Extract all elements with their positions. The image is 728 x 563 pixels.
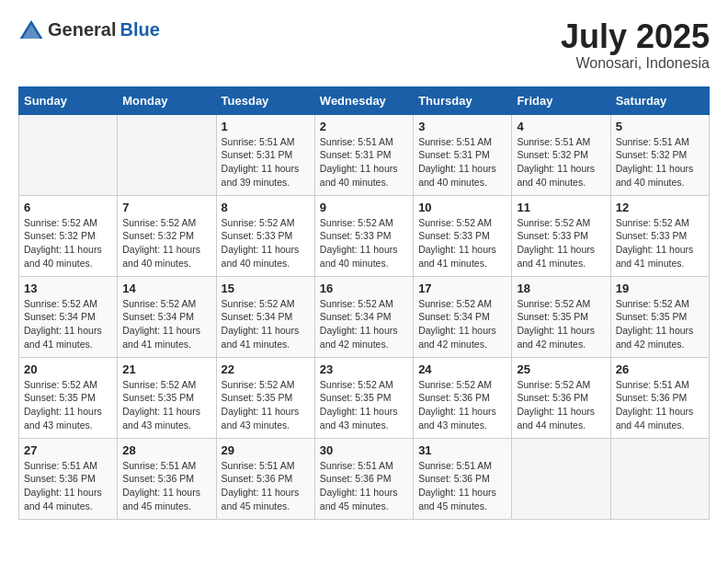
calendar-week-row: 6Sunrise: 5:52 AM Sunset: 5:32 PM Daylig… [19, 195, 710, 276]
title-block: July 2025 Wonosari, Indonesia [561, 18, 710, 72]
column-header-monday: Monday [118, 86, 216, 114]
calendar-cell: 8Sunrise: 5:52 AM Sunset: 5:33 PM Daylig… [216, 195, 314, 276]
cell-info: Sunrise: 5:52 AM Sunset: 5:35 PM Dayligh… [122, 378, 210, 432]
cell-info: Sunrise: 5:52 AM Sunset: 5:33 PM Dayligh… [517, 216, 605, 270]
day-number: 24 [418, 362, 506, 376]
day-number: 17 [418, 282, 506, 295]
column-header-thursday: Thursday [414, 86, 512, 114]
calendar-cell: 20Sunrise: 5:52 AM Sunset: 5:35 PM Dayli… [19, 357, 118, 438]
day-number: 9 [320, 201, 408, 214]
calendar-cell [610, 438, 709, 519]
day-number: 6 [24, 201, 112, 214]
day-number: 28 [122, 443, 210, 457]
day-number: 14 [122, 282, 210, 295]
calendar-week-row: 1Sunrise: 5:51 AM Sunset: 5:31 PM Daylig… [19, 114, 710, 195]
column-header-friday: Friday [512, 86, 610, 114]
month-year: July 2025 [561, 18, 710, 55]
column-header-wednesday: Wednesday [314, 86, 413, 114]
day-number: 4 [517, 120, 605, 133]
calendar-week-row: 13Sunrise: 5:52 AM Sunset: 5:34 PM Dayli… [19, 276, 710, 357]
location: Wonosari, Indonesia [561, 55, 710, 72]
logo-blue: Blue [119, 19, 159, 40]
day-number: 1 [222, 120, 310, 133]
calendar-cell: 2Sunrise: 5:51 AM Sunset: 5:31 PM Daylig… [314, 114, 413, 195]
cell-info: Sunrise: 5:52 AM Sunset: 5:34 PM Dayligh… [320, 297, 408, 351]
calendar-cell: 10Sunrise: 5:52 AM Sunset: 5:33 PM Dayli… [414, 195, 512, 276]
calendar-cell: 26Sunrise: 5:51 AM Sunset: 5:36 PM Dayli… [610, 357, 709, 438]
day-number: 31 [418, 443, 506, 457]
calendar-cell: 19Sunrise: 5:52 AM Sunset: 5:35 PM Dayli… [610, 276, 709, 357]
cell-info: Sunrise: 5:51 AM Sunset: 5:36 PM Dayligh… [418, 459, 506, 513]
day-number: 10 [418, 201, 506, 214]
cell-info: Sunrise: 5:51 AM Sunset: 5:31 PM Dayligh… [320, 135, 408, 190]
cell-info: Sunrise: 5:52 AM Sunset: 5:33 PM Dayligh… [320, 216, 408, 270]
calendar-table: SundayMondayTuesdayWednesdayThursdayFrid… [18, 86, 710, 520]
cell-info: Sunrise: 5:52 AM Sunset: 5:32 PM Dayligh… [24, 216, 112, 270]
day-number: 30 [320, 443, 408, 457]
column-header-sunday: Sunday [19, 86, 118, 114]
calendar-week-row: 27Sunrise: 5:51 AM Sunset: 5:36 PM Dayli… [19, 438, 710, 519]
day-number: 25 [517, 362, 605, 376]
cell-info: Sunrise: 5:52 AM Sunset: 5:32 PM Dayligh… [122, 216, 210, 270]
day-number: 7 [122, 201, 210, 214]
logo: GeneralBlue [18, 18, 160, 40]
cell-info: Sunrise: 5:52 AM Sunset: 5:34 PM Dayligh… [122, 297, 210, 351]
column-header-saturday: Saturday [610, 86, 709, 114]
calendar-cell: 29Sunrise: 5:51 AM Sunset: 5:36 PM Dayli… [216, 438, 314, 519]
calendar-cell: 30Sunrise: 5:51 AM Sunset: 5:36 PM Dayli… [314, 438, 413, 519]
day-number: 16 [320, 282, 408, 295]
day-number: 18 [517, 282, 605, 295]
calendar-cell: 25Sunrise: 5:52 AM Sunset: 5:36 PM Dayli… [512, 357, 610, 438]
cell-info: Sunrise: 5:51 AM Sunset: 5:31 PM Dayligh… [222, 135, 310, 190]
calendar-cell: 21Sunrise: 5:52 AM Sunset: 5:35 PM Dayli… [118, 357, 216, 438]
cell-info: Sunrise: 5:52 AM Sunset: 5:33 PM Dayligh… [616, 216, 704, 270]
calendar-cell: 16Sunrise: 5:52 AM Sunset: 5:34 PM Dayli… [314, 276, 413, 357]
calendar-cell: 28Sunrise: 5:51 AM Sunset: 5:36 PM Dayli… [118, 438, 216, 519]
cell-info: Sunrise: 5:52 AM Sunset: 5:33 PM Dayligh… [222, 216, 310, 270]
calendar-cell: 22Sunrise: 5:52 AM Sunset: 5:35 PM Dayli… [216, 357, 314, 438]
calendar-cell: 31Sunrise: 5:51 AM Sunset: 5:36 PM Dayli… [414, 438, 512, 519]
cell-info: Sunrise: 5:51 AM Sunset: 5:36 PM Dayligh… [616, 378, 704, 432]
cell-info: Sunrise: 5:51 AM Sunset: 5:36 PM Dayligh… [122, 459, 210, 513]
cell-info: Sunrise: 5:51 AM Sunset: 5:32 PM Dayligh… [517, 135, 605, 190]
day-number: 29 [222, 443, 310, 457]
calendar-cell: 27Sunrise: 5:51 AM Sunset: 5:36 PM Dayli… [19, 438, 118, 519]
calendar-cell: 4Sunrise: 5:51 AM Sunset: 5:32 PM Daylig… [512, 114, 610, 195]
calendar-cell: 18Sunrise: 5:52 AM Sunset: 5:35 PM Dayli… [512, 276, 610, 357]
day-number: 22 [222, 362, 310, 376]
logo-icon [18, 18, 44, 40]
calendar-cell: 24Sunrise: 5:52 AM Sunset: 5:36 PM Dayli… [414, 357, 512, 438]
day-number: 12 [616, 201, 704, 214]
cell-info: Sunrise: 5:51 AM Sunset: 5:36 PM Dayligh… [222, 459, 310, 513]
day-number: 21 [122, 362, 210, 376]
cell-info: Sunrise: 5:52 AM Sunset: 5:34 PM Dayligh… [222, 297, 310, 351]
calendar-cell [19, 114, 118, 195]
calendar-cell: 12Sunrise: 5:52 AM Sunset: 5:33 PM Dayli… [610, 195, 709, 276]
calendar-cell: 3Sunrise: 5:51 AM Sunset: 5:31 PM Daylig… [414, 114, 512, 195]
cell-info: Sunrise: 5:52 AM Sunset: 5:34 PM Dayligh… [24, 297, 112, 351]
calendar-header-row: SundayMondayTuesdayWednesdayThursdayFrid… [19, 86, 710, 114]
calendar-cell [118, 114, 216, 195]
calendar-cell: 14Sunrise: 5:52 AM Sunset: 5:34 PM Dayli… [118, 276, 216, 357]
cell-info: Sunrise: 5:52 AM Sunset: 5:35 PM Dayligh… [24, 378, 112, 432]
calendar-cell: 7Sunrise: 5:52 AM Sunset: 5:32 PM Daylig… [118, 195, 216, 276]
cell-info: Sunrise: 5:52 AM Sunset: 5:36 PM Dayligh… [418, 378, 506, 432]
day-number: 3 [418, 120, 506, 133]
calendar-week-row: 20Sunrise: 5:52 AM Sunset: 5:35 PM Dayli… [19, 357, 710, 438]
column-header-tuesday: Tuesday [216, 86, 314, 114]
calendar-cell: 17Sunrise: 5:52 AM Sunset: 5:34 PM Dayli… [414, 276, 512, 357]
day-number: 19 [616, 282, 704, 295]
day-number: 27 [24, 443, 112, 457]
cell-info: Sunrise: 5:52 AM Sunset: 5:35 PM Dayligh… [517, 297, 605, 351]
cell-info: Sunrise: 5:51 AM Sunset: 5:31 PM Dayligh… [418, 135, 506, 190]
cell-info: Sunrise: 5:51 AM Sunset: 5:36 PM Dayligh… [24, 459, 112, 513]
calendar-cell: 1Sunrise: 5:51 AM Sunset: 5:31 PM Daylig… [216, 114, 314, 195]
logo-general: General [48, 19, 116, 40]
day-number: 26 [616, 362, 704, 376]
day-number: 20 [24, 362, 112, 376]
cell-info: Sunrise: 5:51 AM Sunset: 5:32 PM Dayligh… [616, 135, 704, 190]
calendar-cell [512, 438, 610, 519]
cell-info: Sunrise: 5:52 AM Sunset: 5:36 PM Dayligh… [517, 378, 605, 432]
day-number: 23 [320, 362, 408, 376]
day-number: 2 [320, 120, 408, 133]
